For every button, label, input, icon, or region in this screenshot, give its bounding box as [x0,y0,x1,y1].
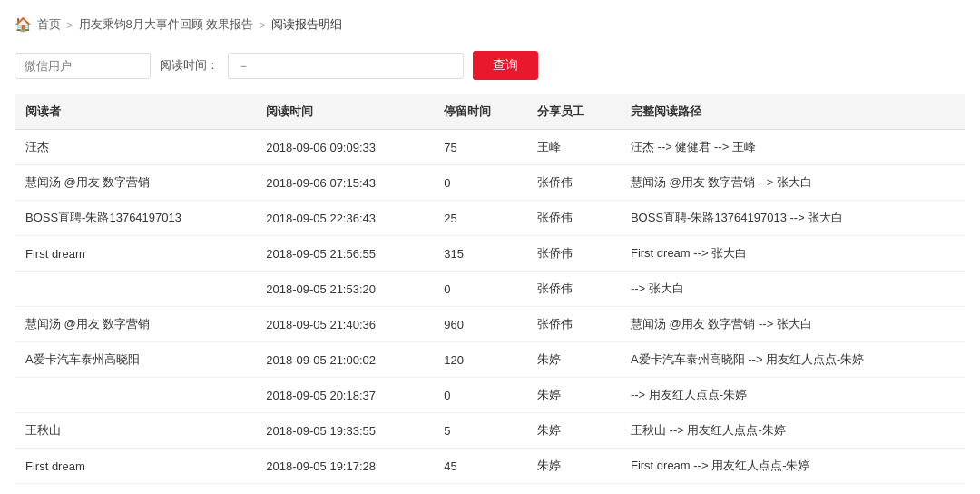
cell-read-time: 2018-09-05 21:00:02 [255,342,433,378]
cell-path: 汪杰 --> 健健君 --> 王峰 [620,130,965,165]
cell-stay-time: 0 [433,378,526,413]
breadcrumb-home[interactable]: 首页 [37,16,61,33]
cell-stay-time: 75 [433,130,526,165]
cell-share-staff: 张侨伟 [526,165,620,201]
breadcrumb-current: 阅读报告明细 [271,16,342,33]
cell-stay-time: 0 [433,272,526,307]
breadcrumb-sep1: > [66,18,74,32]
cell-share-staff: 朱婷 [526,342,620,378]
cell-read-time: 2018-09-05 21:56:55 [255,236,433,272]
cell-path: First dream --> 张大白 [620,236,965,272]
cell-path: 王秋山 --> 用友红人点点-朱婷 [620,413,965,449]
cell-reader [15,378,255,413]
page-wrapper: 🏠 首页 > 用友乘钧8月大事件回顾 效果报告 > 阅读报告明细 阅读时间： 查… [0,0,980,494]
cell-path: A爱卡汽车泰州高晓阳 --> 用友红人点点-朱婷 [620,342,965,378]
cell-reader: 慧闻汤 @用友 数字营销 [15,165,255,201]
query-button[interactable]: 查询 [473,51,538,80]
table-row: 汪杰2018-09-06 09:09:3375王峰汪杰 --> 健健君 --> … [15,130,965,165]
col-header-reader: 阅读者 [15,94,255,130]
col-header-path: 完整阅读路径 [620,94,965,130]
cell-share-staff: 张侨伟 [526,201,620,236]
cell-share-staff: 朱婷 [526,413,620,449]
cell-share-staff: 张侨伟 [526,307,620,342]
table-row: 2018-09-05 21:53:200张侨伟--> 张大白 [15,272,965,307]
table-row: First dream2018-09-05 19:17:2845朱婷First … [15,449,965,484]
cell-stay-time: 5 [433,413,526,449]
cell-read-time: 2018-09-05 19:33:55 [255,413,433,449]
cell-path: --> 张大白 [620,272,965,307]
table-row: 慧闻汤 @用友 数字营销2018-09-05 21:40:36960张侨伟慧闻汤… [15,307,965,342]
table-header-row: 阅读者 阅读时间 停留时间 分享员工 完整阅读路径 [15,94,965,130]
cell-read-time: 2018-09-06 07:15:43 [255,165,433,201]
cell-path: 慧闻汤 @用友 数字营销 --> 张大白 [620,165,965,201]
cell-reader: 王秋山 [15,413,255,449]
cell-share-staff: 张侨伟 [526,236,620,272]
cell-stay-time: 120 [433,342,526,378]
cell-share-staff: 朱婷 [526,449,620,484]
cell-share-staff: 张侨伟 [526,272,620,307]
col-header-share-staff: 分享员工 [526,94,620,130]
cell-reader: 汪杰 [15,130,255,165]
cell-stay-time: 960 [433,307,526,342]
table-row: 王秋山2018-09-05 19:33:555朱婷王秋山 --> 用友红人点点-… [15,413,965,449]
breadcrumb-sep2: > [259,18,266,32]
cell-reader: First dream [15,236,255,272]
cell-share-staff: 王峰 [526,130,620,165]
table-row: A爱卡汽车泰州高晓阳2018-09-05 21:00:02120朱婷A爱卡汽车泰… [15,342,965,378]
cell-path: --> 用友红人点点-朱婷 [620,378,965,413]
cell-read-time: 2018-09-05 19:17:28 [255,449,433,484]
user-input[interactable] [15,53,151,79]
cell-share-staff: 朱婷 [526,378,620,413]
data-table: 阅读者 阅读时间 停留时间 分享员工 完整阅读路径 汪杰2018-09-06 0… [15,94,965,484]
table-row: 2018-09-05 20:18:370朱婷--> 用友红人点点-朱婷 [15,378,965,413]
cell-stay-time: 45 [433,449,526,484]
cell-reader [15,272,255,307]
cell-read-time: 2018-09-05 21:53:20 [255,272,433,307]
cell-read-time: 2018-09-05 20:18:37 [255,378,433,413]
cell-read-time: 2018-09-05 21:40:36 [255,307,433,342]
cell-reader: 慧闻汤 @用友 数字营销 [15,307,255,342]
table-row: First dream2018-09-05 21:56:55315张侨伟Firs… [15,236,965,272]
cell-read-time: 2018-09-05 22:36:43 [255,201,433,236]
table-row: 慧闻汤 @用友 数字营销2018-09-06 07:15:430张侨伟慧闻汤 @… [15,165,965,201]
cell-read-time: 2018-09-06 09:09:33 [255,130,433,165]
filter-bar: 阅读时间： 查询 [15,51,965,80]
cell-path: First dream --> 用友红人点点-朱婷 [620,449,965,484]
col-header-stay-time: 停留时间 [433,94,526,130]
breadcrumb-link1[interactable]: 用友乘钧8月大事件回顾 效果报告 [79,16,254,33]
date-input[interactable] [228,53,464,79]
cell-stay-time: 0 [433,165,526,201]
table-row: BOSS直聘-朱路137641970132018-09-05 22:36:432… [15,201,965,236]
cell-stay-time: 25 [433,201,526,236]
col-header-read-time: 阅读时间 [255,94,433,130]
cell-stay-time: 315 [433,236,526,272]
cell-path: 慧闻汤 @用友 数字营销 --> 张大白 [620,307,965,342]
cell-reader: First dream [15,449,255,484]
breadcrumb: 🏠 首页 > 用友乘钧8月大事件回顾 效果报告 > 阅读报告明细 [15,11,965,38]
cell-reader: BOSS直聘-朱路13764197013 [15,201,255,236]
cell-reader: A爱卡汽车泰州高晓阳 [15,342,255,378]
date-label: 阅读时间： [160,57,219,74]
home-icon: 🏠 [15,16,32,33]
cell-path: BOSS直聘-朱路13764197013 --> 张大白 [620,201,965,236]
